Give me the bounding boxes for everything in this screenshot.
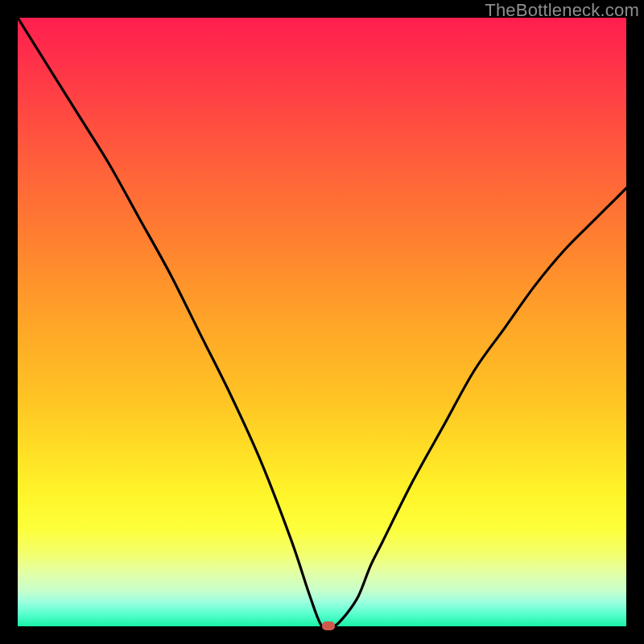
chart-frame: TheBottleneck.com xyxy=(0,0,644,644)
bottleneck-curve xyxy=(18,18,626,626)
watermark-text: TheBottleneck.com xyxy=(485,0,639,21)
minimum-marker xyxy=(322,621,335,630)
